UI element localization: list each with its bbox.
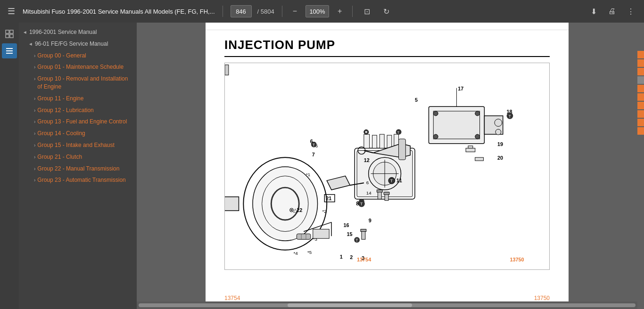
svg-text:T: T <box>355 238 358 243</box>
chevron-right-icon: › <box>34 166 35 172</box>
chevron-right-icon: › <box>34 107 35 114</box>
toolbar-right: ⬇ 🖨 ⋮ <box>587 5 638 18</box>
svg-text:17: 17 <box>458 86 463 91</box>
svg-text:T: T <box>360 202 363 206</box>
pdf-area: INJECTION PUMP <box>137 23 637 309</box>
svg-text:T: T <box>390 179 393 183</box>
svg-rect-99 <box>297 234 310 239</box>
toc-item-group14[interactable]: › Group 14 - Cooling <box>19 128 137 139</box>
injection-pump-diagram: 10 T <box>225 63 549 266</box>
svg-rect-47 <box>466 148 475 152</box>
chevron-down-icon: ▼ <box>27 42 34 47</box>
divider-1 <box>223 6 223 17</box>
menu-icon[interactable]: ☰ <box>6 4 17 18</box>
svg-text:12: 12 <box>364 157 370 163</box>
toc-item-group00[interactable]: › Group 00 - General <box>19 50 137 62</box>
download-button[interactable]: ⬇ <box>587 5 601 18</box>
pdf-scroll-area[interactable]: INJECTION PUMP <box>137 23 637 301</box>
svg-point-25 <box>253 167 318 241</box>
toc-panel: ▼ 1996-2001 Service Manual ▼ 96-01 FE/FG… <box>19 23 137 309</box>
zoom-out-button[interactable]: − <box>290 5 300 17</box>
svg-rect-48 <box>468 146 473 148</box>
svg-text:21: 21 <box>326 195 331 201</box>
zoom-in-button[interactable]: + <box>335 5 345 17</box>
svg-text:8: 8 <box>356 201 359 206</box>
svg-rect-13 <box>364 134 370 148</box>
svg-text:20: 20 <box>497 155 503 161</box>
margin-mark-9 <box>637 119 644 126</box>
page-number-right: 13750 <box>534 295 550 301</box>
margin-mark-3 <box>637 68 644 75</box>
svg-text:7: 7 <box>312 152 315 157</box>
toc-item-group23[interactable]: › Group 23 - Automatic Transmission <box>19 174 137 186</box>
svg-rect-14 <box>372 135 377 148</box>
page-numbers: 13754 13750 <box>224 295 550 301</box>
toc-item-group10[interactable]: › Group 10 - Removal and Installation of… <box>19 73 137 93</box>
margin-mark-8 <box>637 110 644 118</box>
chevron-right-icon: › <box>34 96 35 102</box>
toc-item-group12[interactable]: › Group 12 - Lubrication <box>19 105 137 116</box>
toc-item-group22[interactable]: › Group 22 - Manual Transmission <box>19 163 137 175</box>
page-title: INJECTION PUMP <box>224 38 550 57</box>
chevron-right-icon: › <box>34 64 35 71</box>
pdf-horizontal-scrollbar[interactable] <box>137 301 637 309</box>
svg-point-34 <box>433 134 438 139</box>
chevron-right-icon: › <box>34 142 35 149</box>
svg-point-37 <box>495 119 502 127</box>
page-number-input[interactable] <box>231 5 252 17</box>
svg-text:2: 2 <box>350 254 353 260</box>
svg-rect-73 <box>225 65 229 75</box>
chevron-right-icon: › <box>34 53 35 59</box>
svg-text:△: △ <box>293 207 297 213</box>
svg-point-32 <box>433 111 438 116</box>
fit-page-button[interactable]: ⊡ <box>360 5 374 18</box>
divider-2 <box>282 6 282 17</box>
svg-rect-28 <box>225 197 239 211</box>
more-button[interactable]: ⋮ <box>623 5 638 18</box>
chevron-right-icon: › <box>34 130 35 137</box>
icon-sidebar <box>0 23 19 309</box>
svg-rect-5 <box>6 50 13 51</box>
thumbnail-sidebar-button[interactable] <box>2 26 17 41</box>
svg-point-35 <box>475 134 480 139</box>
svg-text:14: 14 <box>366 190 372 195</box>
chevron-down-icon: ▼ <box>22 30 28 35</box>
toc-item-group01[interactable]: › Group 01 - Maintenance Schedule <box>19 61 137 73</box>
toolbar: ☰ Mitsubishi Fuso 1996-2001 Service Manu… <box>0 0 644 23</box>
toc-sidebar-button[interactable] <box>2 43 17 58</box>
margin-mark-5 <box>637 85 644 92</box>
svg-rect-52 <box>399 139 406 160</box>
svg-text:5: 5 <box>415 97 418 103</box>
margin-mark-10 <box>637 127 644 135</box>
page-number-left: 13754 <box>224 295 240 301</box>
svg-text:6: 6 <box>366 180 369 185</box>
svg-rect-16 <box>387 135 392 148</box>
svg-text:*4: *4 <box>293 251 298 256</box>
chevron-right-icon: › <box>34 154 35 161</box>
print-button[interactable]: 🖨 <box>604 5 619 17</box>
svg-rect-49 <box>475 157 484 161</box>
zoom-level: 100% <box>305 5 329 17</box>
svg-text:16: 16 <box>344 222 349 228</box>
rotate-button[interactable]: ↻ <box>380 5 393 18</box>
svg-text:22: 22 <box>297 207 302 213</box>
pdf-page: INJECTION PUMP <box>206 23 569 301</box>
page-total: / 5804 <box>257 8 274 15</box>
chevron-right-icon: › <box>34 76 35 82</box>
toc-item-group13[interactable]: › Group 13 - Fuel and Engine Control <box>19 116 137 128</box>
toc-item-group11[interactable]: › Group 11 - Engine <box>19 93 137 105</box>
margin-mark-6 <box>637 93 644 101</box>
toc-item-group21[interactable]: › Group 21 - Clutch <box>19 151 137 163</box>
svg-text:*2: *2 <box>322 209 326 214</box>
diagram-container: 10 T <box>224 63 550 270</box>
toc-item-service-manual[interactable]: ▼ 1996-2001 Service Manual <box>19 26 137 38</box>
svg-text:*1: *1 <box>306 172 310 177</box>
thumbnail-icon <box>5 30 14 38</box>
svg-rect-66 <box>384 192 389 195</box>
toc-item-fe-fg-manual[interactable]: ▼ 96-01 FE/FG Service Manual <box>19 38 137 50</box>
toc-item-group15[interactable]: › Group 15 - Intake and Exhaust <box>19 139 137 151</box>
main-area: ▼ 1996-2001 Service Manual ▼ 96-01 FE/FG… <box>0 23 644 309</box>
right-margin-marks <box>637 23 644 309</box>
svg-rect-64 <box>377 190 382 192</box>
svg-rect-1 <box>10 30 13 33</box>
